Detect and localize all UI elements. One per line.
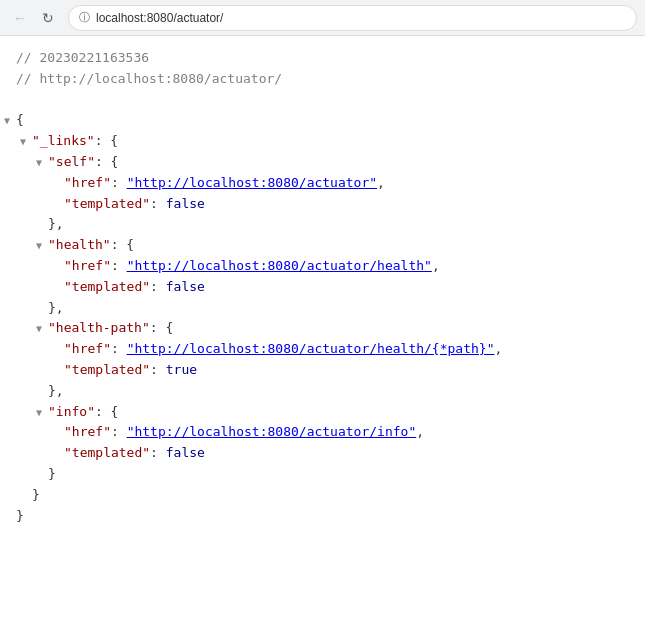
info-close: } [16,464,629,485]
nav-buttons: ← ↻ [8,6,60,30]
root-close: } [16,506,629,527]
health-close: }, [16,298,629,319]
json-content: // 20230221163536 // http://localhost:80… [0,36,645,538]
self-key-line: ▼ "self" : { [16,152,629,173]
comment-line-1: // 20230221163536 [16,48,629,69]
comment-line-2: // http://localhost:8080/actuator/ [16,69,629,90]
health-key-line: ▼ "health" : { [16,235,629,256]
collapse-self[interactable]: ▼ [36,155,48,171]
self-href-link[interactable]: "http://localhost:8080/actuator" [127,173,377,194]
health-href-link[interactable]: "http://localhost:8080/actuator/health" [127,256,432,277]
reload-button[interactable]: ↻ [36,6,60,30]
links-close: } [16,485,629,506]
health-href-line: "href" : "http://localhost:8080/actuator… [16,256,629,277]
collapse-health-path[interactable]: ▼ [36,321,48,337]
self-href-line: "href" : "http://localhost:8080/actuator… [16,173,629,194]
collapse-root[interactable]: ▼ [4,113,16,129]
back-button[interactable]: ← [8,6,32,30]
collapse-health[interactable]: ▼ [36,238,48,254]
info-key-line: ▼ "info" : { [16,402,629,423]
address-bar[interactable]: ⓘ localhost:8080/actuator/ [68,5,637,31]
collapse-info[interactable]: ▼ [36,405,48,421]
info-templated-line: "templated" : false [16,443,629,464]
info-href-link[interactable]: "http://localhost:8080/actuator/info" [127,422,417,443]
health-path-href-link[interactable]: "http://localhost:8080/actuator/health/{… [127,339,495,360]
url-text: localhost:8080/actuator/ [96,11,223,25]
links-key-line: ▼ "_links" : { [16,131,629,152]
health-templated-line: "templated" : false [16,277,629,298]
root-open: ▼ { [16,110,629,131]
health-path-key-line: ▼ "health-path" : { [16,318,629,339]
browser-toolbar: ← ↻ ⓘ localhost:8080/actuator/ [0,0,645,36]
self-close: }, [16,214,629,235]
health-path-close: }, [16,381,629,402]
lock-icon: ⓘ [79,10,90,25]
collapse-links[interactable]: ▼ [20,134,32,150]
health-path-templated-line: "templated" : true [16,360,629,381]
self-templated-line: "templated" : false [16,194,629,215]
info-href-line: "href" : "http://localhost:8080/actuator… [16,422,629,443]
health-path-href-line: "href" : "http://localhost:8080/actuator… [16,339,629,360]
